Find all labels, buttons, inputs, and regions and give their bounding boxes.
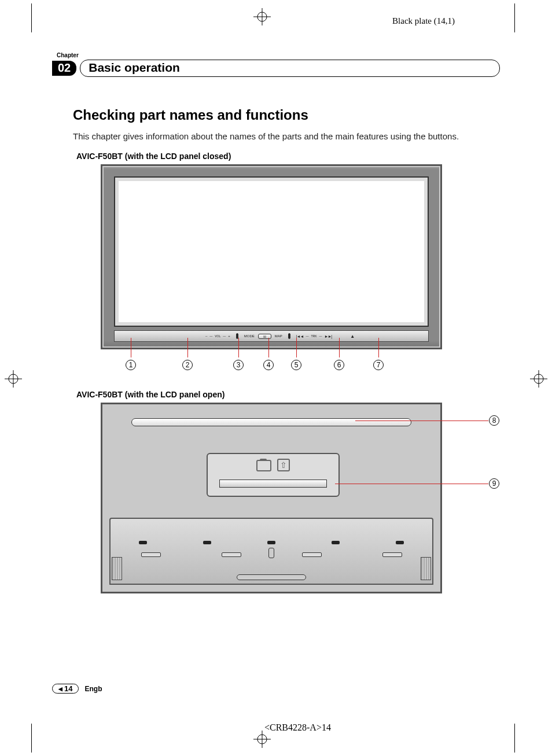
sensor-icon (288, 333, 290, 339)
crop-line (31, 724, 32, 753)
trk-label: TRK (311, 334, 317, 338)
callout-7: 7 (373, 360, 384, 370)
device-model: AVIC-F50BT (76, 390, 125, 399)
device-closed-figure: – — VOL — + MODE ⊞ MAP (101, 164, 442, 373)
callout-4: 4 (263, 360, 274, 370)
figure-closed-wrap: – — VOL — + MODE ⊞ MAP (101, 164, 500, 373)
chapter-header: 02 Basic operation (52, 60, 500, 77)
plate-label: Black plate (14,1) (392, 16, 455, 26)
triangle-icon: ◀ (58, 686, 62, 692)
device-closed-label: AVIC-F50BT (with the LCD panel closed) (76, 152, 500, 161)
eject-sd-icon (277, 459, 290, 471)
page-content: Chapter 02 Basic operation Checking part… (52, 52, 500, 593)
device-screen (114, 176, 429, 327)
callout-2: 2 (182, 360, 193, 370)
callout-line (296, 338, 297, 357)
callout-line (268, 338, 269, 357)
figure-open-wrap: 8 9 (101, 403, 500, 593)
callout-5: 5 (291, 360, 301, 370)
device-open-label: AVIC-F50BT (with the LCD panel open) (76, 390, 500, 399)
device-open-figure (101, 403, 442, 593)
callout-line (339, 338, 340, 357)
vol-label: VOL (215, 334, 220, 338)
callout-1: 1 (126, 360, 136, 370)
map-label: MAP (275, 334, 282, 338)
device-state: (with the LCD panel open) (125, 390, 225, 399)
device-open-body (101, 403, 442, 593)
footer-lang: Engb (84, 685, 102, 693)
device-state: (with the LCD panel closed) (125, 152, 231, 161)
chapter-number-badge: 02 (52, 61, 76, 76)
callout-8: 8 (489, 415, 499, 426)
trk-next-icon: ►►| (324, 334, 332, 338)
crop-line (514, 724, 515, 753)
sd-card-icon (256, 460, 271, 471)
mode-label: MODE (244, 334, 255, 338)
crop-line (514, 3, 515, 32)
sd-slot (219, 480, 327, 488)
callout-9: 9 (489, 478, 499, 489)
registration-mark-bottom (253, 731, 271, 748)
callout-3: 3 (233, 360, 244, 370)
sd-card-area (207, 453, 340, 497)
section-title: Checking part names and functions (73, 107, 500, 123)
tilted-panel (109, 518, 433, 585)
callout-line (187, 338, 188, 357)
eject-icon: ▲ (350, 334, 355, 339)
callout-line (238, 338, 239, 357)
callout-6: 6 (334, 360, 344, 370)
sd-icons (256, 459, 290, 471)
callout-line (335, 484, 488, 484)
disc-slot (131, 418, 411, 426)
chapter-word: Chapter (57, 52, 500, 58)
vol-plus-icon: + (228, 334, 230, 338)
trk-prev-icon: |◄◄ (296, 334, 304, 338)
page-number-oval: ◀ 14 (52, 684, 79, 694)
registration-mark-left (5, 370, 22, 388)
home-button-icon: ⊞ (258, 334, 271, 339)
device-model: AVIC-F50BT (76, 152, 125, 161)
chapter-title: Basic operation (80, 60, 500, 77)
device-button-bar: – — VOL — + MODE ⊞ MAP (114, 330, 429, 342)
page-footer: ◀ 14 Engb (52, 684, 102, 694)
device-bezel: – — VOL — + MODE ⊞ MAP (101, 164, 442, 349)
registration-mark-top (253, 8, 271, 25)
callout-line (355, 421, 488, 421)
page-number: 14 (64, 684, 72, 693)
registration-mark-right (530, 370, 547, 388)
callout-line (378, 338, 379, 357)
intro-text: This chapter gives information about the… (73, 131, 500, 141)
crop-line (31, 3, 32, 32)
document-id: <CRB4228-A>14 (264, 722, 331, 733)
callout-line (131, 338, 131, 357)
vol-minus-icon: – (205, 334, 207, 338)
